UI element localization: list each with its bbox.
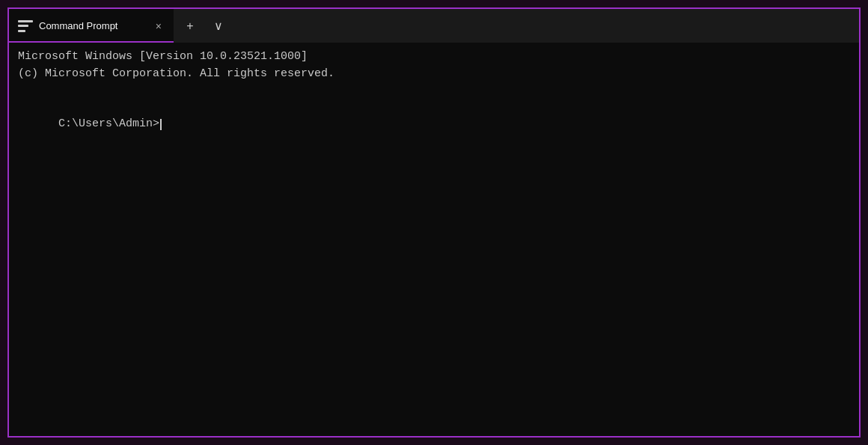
cmd-icon <box>18 20 33 32</box>
terminal-cursor <box>160 119 162 130</box>
terminal-body[interactable]: Microsoft Windows [Version 10.0.23521.10… <box>9 43 859 436</box>
active-tab[interactable]: Command Prompt × <box>9 9 174 43</box>
tab-title: Command Prompt <box>39 20 147 31</box>
titlebar: Command Prompt × + ∨ <box>9 9 859 43</box>
terminal-prompt-line: C:\Users\Admin> <box>18 99 850 150</box>
terminal-prompt: C:\Users\Admin> <box>58 117 159 130</box>
titlebar-actions: + ∨ <box>174 9 235 43</box>
terminal-line-2: (c) Microsoft Corporation. All rights re… <box>18 66 850 83</box>
terminal-window: Command Prompt × + ∨ Microsoft Windows [… <box>7 7 861 438</box>
close-tab-button[interactable]: × <box>153 19 165 33</box>
new-tab-button[interactable]: + <box>177 13 204 40</box>
terminal-line-1: Microsoft Windows [Version 10.0.23521.10… <box>18 49 850 66</box>
dropdown-button[interactable]: ∨ <box>205 13 232 40</box>
terminal-line-empty <box>18 82 850 99</box>
